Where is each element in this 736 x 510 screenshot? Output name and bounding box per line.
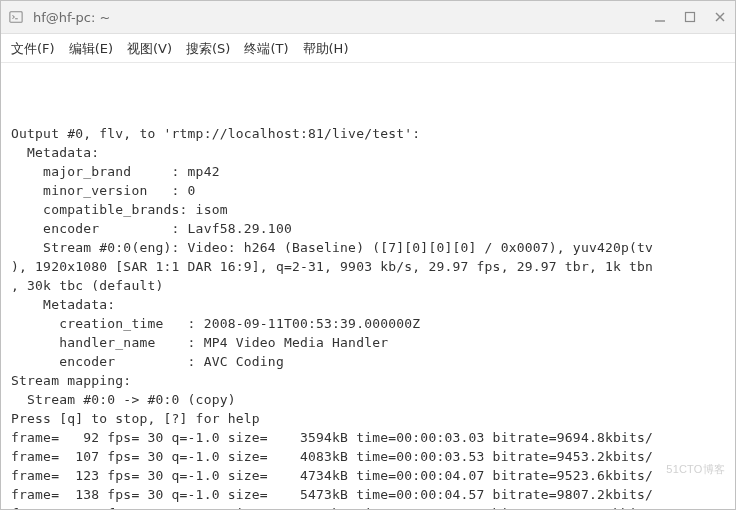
terminal-line: encoder : AVC Coding — [11, 352, 725, 371]
terminal-line: , 30k tbc (default) — [11, 276, 725, 295]
terminal-line: compatible_brands: isom — [11, 200, 725, 219]
terminal-line: Metadata: — [11, 295, 725, 314]
menu-help[interactable]: 帮助(H) — [303, 39, 349, 58]
terminal-line: ), 1920x1080 [SAR 1:1 DAR 16:9], q=2-31,… — [11, 257, 725, 276]
close-button[interactable] — [713, 10, 727, 24]
terminal-line: Output #0, flv, to 'rtmp://localhost:81/… — [11, 124, 725, 143]
terminal-output[interactable]: 51CTO博客 Output #0, flv, to 'rtmp://local… — [1, 63, 735, 509]
terminal-line: creation_time : 2008-09-11T00:53:39.0000… — [11, 314, 725, 333]
svg-rect-0 — [10, 12, 22, 23]
frame-progress-line: frame= 107 fps= 30 q=-1.0 size= 4083kB t… — [11, 447, 725, 466]
frame-progress-line: frame= 92 fps= 30 q=-1.0 size= 3594kB ti… — [11, 428, 725, 447]
terminal-line: major_brand : mp42 — [11, 162, 725, 181]
frame-progress-line: frame= 123 fps= 30 q=-1.0 size= 4734kB t… — [11, 466, 725, 485]
menu-terminal[interactable]: 终端(T) — [244, 39, 288, 58]
titlebar[interactable]: hf@hf-pc: ~ — [1, 1, 735, 34]
terminal-line: Press [q] to stop, [?] for help — [11, 409, 725, 428]
minimize-button[interactable] — [653, 10, 667, 24]
terminal-window: hf@hf-pc: ~ 文件(F) 编辑(E) 视图(V) 搜索(S) 终端(T… — [0, 0, 736, 510]
svg-rect-3 — [686, 13, 695, 22]
menu-view[interactable]: 视图(V) — [127, 39, 172, 58]
terminal-icon — [9, 10, 23, 24]
terminal-line: Stream #0:0 -> #0:0 (copy) — [11, 390, 725, 409]
frame-progress-line: frame= 138 fps= 30 q=-1.0 size= 5473kB t… — [11, 485, 725, 504]
maximize-button[interactable] — [683, 10, 697, 24]
window-title: hf@hf-pc: ~ — [33, 8, 653, 27]
terminal-line: Stream #0:0(eng): Video: h264 (Baseline)… — [11, 238, 725, 257]
terminal-line: Metadata: — [11, 143, 725, 162]
menubar: 文件(F) 编辑(E) 视图(V) 搜索(S) 终端(T) 帮助(H) — [1, 34, 735, 63]
menu-file[interactable]: 文件(F) — [11, 39, 55, 58]
window-controls — [653, 10, 727, 24]
terminal-line: minor_version : 0 — [11, 181, 725, 200]
terminal-line: Stream mapping: — [11, 371, 725, 390]
menu-edit[interactable]: 编辑(E) — [69, 39, 113, 58]
terminal-line: handler_name : MP4 Video Media Handler — [11, 333, 725, 352]
watermark: 51CTO博客 — [666, 460, 725, 479]
frame-progress-line: frame= 153 fps= 30 q=-1.0 size= 6465kB t… — [11, 504, 725, 509]
terminal-line: encoder : Lavf58.29.100 — [11, 219, 725, 238]
menu-search[interactable]: 搜索(S) — [186, 39, 230, 58]
